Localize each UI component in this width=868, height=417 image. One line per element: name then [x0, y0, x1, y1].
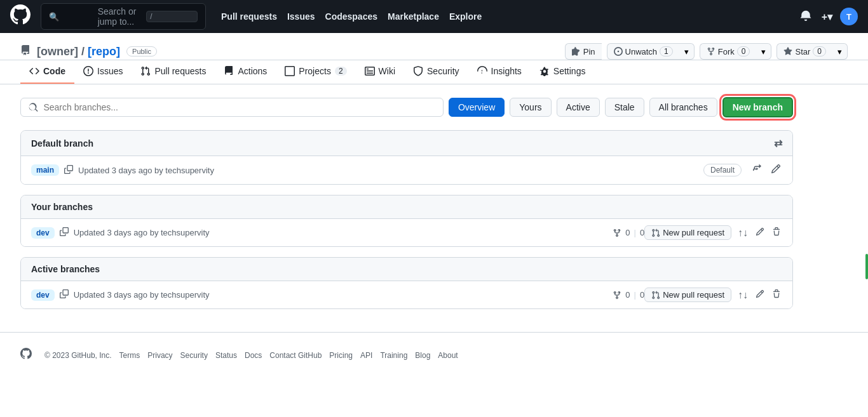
tab-pull-requests[interactable]: Pull requests [132, 60, 215, 84]
star-count: 0 [813, 46, 826, 56]
active-branches-title: Active branches [31, 264, 100, 274]
behind-count: 0 [640, 228, 644, 237]
footer-logo [20, 348, 32, 362]
filter-all-branches[interactable]: All branches [649, 98, 717, 117]
tab-wiki[interactable]: Wiki [356, 60, 404, 84]
edit-your-branch-icon[interactable] [754, 226, 766, 240]
star-button[interactable]: Star 0 [776, 43, 832, 60]
repo-title[interactable]: [repo] [88, 45, 120, 58]
tab-actions[interactable]: Actions [215, 60, 276, 84]
footer-about[interactable]: About [438, 351, 458, 360]
footer-status[interactable]: Status [215, 351, 237, 360]
compare-your-branch-icon[interactable]: ↑↓ [736, 226, 749, 240]
search-branches-input[interactable] [43, 102, 435, 112]
star-label: Star [795, 47, 810, 56]
active-branch-row-dev: dev Updated 3 days ago by techsupervity … [21, 281, 792, 308]
marketplace-link[interactable]: Marketplace [388, 11, 439, 22]
repo-owner[interactable]: [owner] [37, 45, 78, 58]
default-branch-tag[interactable]: main [31, 164, 59, 176]
compare-active-branch-icon[interactable]: ↑↓ [736, 288, 749, 302]
your-branches-title: Your branches [31, 202, 93, 212]
github-logo[interactable] [10, 4, 31, 29]
your-branch-tag[interactable]: dev [31, 227, 55, 239]
your-branch-pr-count: 0 | 0 [613, 228, 644, 237]
codespaces-link[interactable]: Codespaces [325, 11, 377, 22]
footer-training[interactable]: Training [380, 351, 407, 360]
footer-contact[interactable]: Contact GitHub [269, 351, 322, 360]
tab-code[interactable]: Code [20, 60, 74, 84]
branch-search[interactable] [20, 98, 444, 117]
footer-docs[interactable]: Docs [245, 351, 262, 360]
tab-settings[interactable]: Settings [531, 60, 595, 84]
tab-issues[interactable]: Issues [74, 60, 132, 84]
delete-your-branch-icon[interactable] [771, 226, 782, 240]
issues-link[interactable]: Issues [287, 11, 315, 22]
search-box[interactable]: 🔍 Search or jump to... / [41, 3, 206, 30]
top-navigation: 🔍 Search or jump to... / Pull requests I… [0, 0, 868, 33]
your-branch-meta: Updated 3 days ago by techsupervity [74, 228, 613, 237]
active-branch-pr-button[interactable]: New pull request [644, 288, 731, 302]
copy-your-branch-icon[interactable] [60, 227, 69, 238]
active-branch-tag[interactable]: dev [31, 289, 55, 301]
pull-requests-link[interactable]: Pull requests [221, 11, 277, 22]
default-branch-section: Default branch ⇄ main Updated 3 days ago… [20, 130, 793, 185]
default-section-icon: ⇄ [774, 137, 782, 149]
fork-count: 0 [737, 46, 750, 56]
active-branches-header: Active branches [21, 258, 792, 281]
copy-branch-name-icon[interactable] [64, 165, 73, 176]
copy-active-branch-icon[interactable] [60, 289, 69, 300]
compare-default-icon[interactable] [752, 162, 764, 178]
filter-yours[interactable]: Yours [510, 98, 551, 117]
search-placeholder: Search or jump to... [98, 6, 142, 27]
fork-button[interactable]: Fork 0 [700, 43, 757, 60]
your-branch-pr-button[interactable]: New pull request [644, 225, 731, 240]
repo-icon [20, 45, 31, 58]
footer-blog[interactable]: Blog [415, 351, 430, 360]
repo-header: [owner] / [repo] Public Pin Unwatch 1 ▾ [0, 33, 868, 60]
main-content: Overview Yours Active Stale All branches… [0, 84, 813, 332]
pin-button[interactable]: Pin [565, 43, 602, 60]
default-branch-meta: Updated 3 days ago by techsupervity [78, 166, 703, 175]
notifications-button[interactable] [797, 7, 814, 27]
edit-active-branch-icon[interactable] [754, 288, 766, 302]
footer-terms[interactable]: Terms [119, 351, 140, 360]
filter-overview[interactable]: Overview [449, 98, 505, 117]
edit-default-icon[interactable] [770, 162, 782, 178]
footer-pricing[interactable]: Pricing [329, 351, 353, 360]
footer: © 2023 GitHub, Inc. Terms Privacy Securi… [0, 332, 868, 378]
delete-active-branch-icon[interactable] [771, 288, 782, 302]
unwatch-dropdown[interactable]: ▾ [679, 43, 695, 60]
scroll-accent [865, 254, 868, 279]
create-button[interactable]: +▾ [819, 8, 835, 25]
avatar[interactable]: T [840, 8, 858, 25]
default-branch-row: main Updated 3 days ago by techsupervity… [21, 156, 792, 184]
fork-group: Fork 0 ▾ [700, 43, 772, 60]
unwatch-count: 1 [660, 46, 673, 56]
active-branches-section: Active branches dev Updated 3 days ago b… [20, 257, 793, 309]
explore-link[interactable]: Explore [449, 11, 482, 22]
your-branch-pr-label: New pull request [663, 228, 724, 237]
footer-api[interactable]: API [360, 351, 372, 360]
tab-security[interactable]: Security [404, 60, 468, 84]
filter-stale[interactable]: Stale [605, 98, 644, 117]
tab-insights[interactable]: Insights [468, 60, 531, 84]
fork-dropdown[interactable]: ▾ [756, 43, 771, 60]
star-group: Star 0 ▾ [776, 43, 848, 60]
default-branch-actions [752, 162, 782, 178]
repo-tabs: Code Issues Pull requests Actions Projec… [0, 60, 868, 84]
new-branch-button[interactable]: New branch [722, 97, 793, 117]
tab-projects[interactable]: Projects 2 [276, 60, 355, 84]
search-kbd: / [146, 11, 198, 22]
active-behind-count: 0 [640, 290, 644, 300]
footer-privacy[interactable]: Privacy [147, 351, 172, 360]
your-branch-actions: New pull request ↑↓ [644, 225, 782, 240]
filter-active[interactable]: Active [557, 98, 600, 117]
unwatch-button[interactable]: Unwatch 1 [607, 43, 679, 60]
repo-actions: Pin Unwatch 1 ▾ Fork 0 ▾ Star [565, 43, 848, 60]
star-dropdown[interactable]: ▾ [832, 43, 848, 60]
pin-label: Pin [583, 47, 595, 56]
your-branches-section: Your branches dev Updated 3 days ago by … [20, 195, 793, 247]
fork-label: Fork [718, 47, 735, 56]
footer-security[interactable]: Security [180, 351, 208, 360]
unwatch-label: Unwatch [625, 47, 658, 56]
